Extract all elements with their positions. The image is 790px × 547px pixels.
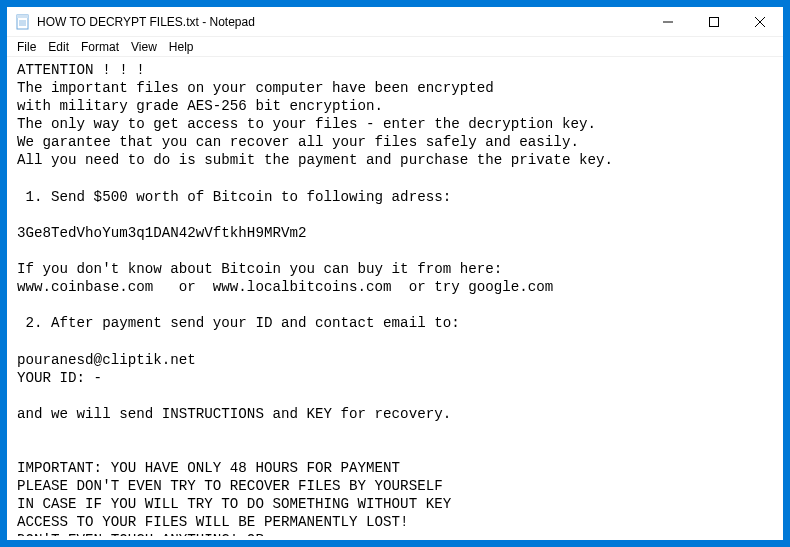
menu-edit[interactable]: Edit bbox=[42, 38, 75, 56]
window-controls bbox=[645, 7, 783, 36]
close-button[interactable] bbox=[737, 7, 783, 37]
content-area bbox=[7, 57, 783, 540]
titlebar[interactable]: HOW TO DECRYPT FILES.txt - Notepad bbox=[7, 7, 783, 37]
menu-file[interactable]: File bbox=[11, 38, 42, 56]
minimize-icon bbox=[663, 17, 673, 27]
window-title: HOW TO DECRYPT FILES.txt - Notepad bbox=[37, 15, 255, 29]
notepad-window: HOW TO DECRYPT FILES.txt - Notepad bbox=[6, 6, 784, 541]
minimize-button[interactable] bbox=[645, 7, 691, 37]
notepad-icon bbox=[15, 14, 31, 30]
menu-help[interactable]: Help bbox=[163, 38, 200, 56]
maximize-icon bbox=[709, 17, 719, 27]
maximize-button[interactable] bbox=[691, 7, 737, 37]
close-icon bbox=[755, 17, 765, 27]
menubar: File Edit Format View Help bbox=[7, 37, 783, 57]
menu-view[interactable]: View bbox=[125, 38, 163, 56]
menu-format[interactable]: Format bbox=[75, 38, 125, 56]
svg-rect-6 bbox=[710, 18, 719, 27]
svg-rect-1 bbox=[17, 15, 28, 18]
title-area: HOW TO DECRYPT FILES.txt - Notepad bbox=[7, 14, 645, 30]
text-editor[interactable] bbox=[17, 61, 773, 536]
